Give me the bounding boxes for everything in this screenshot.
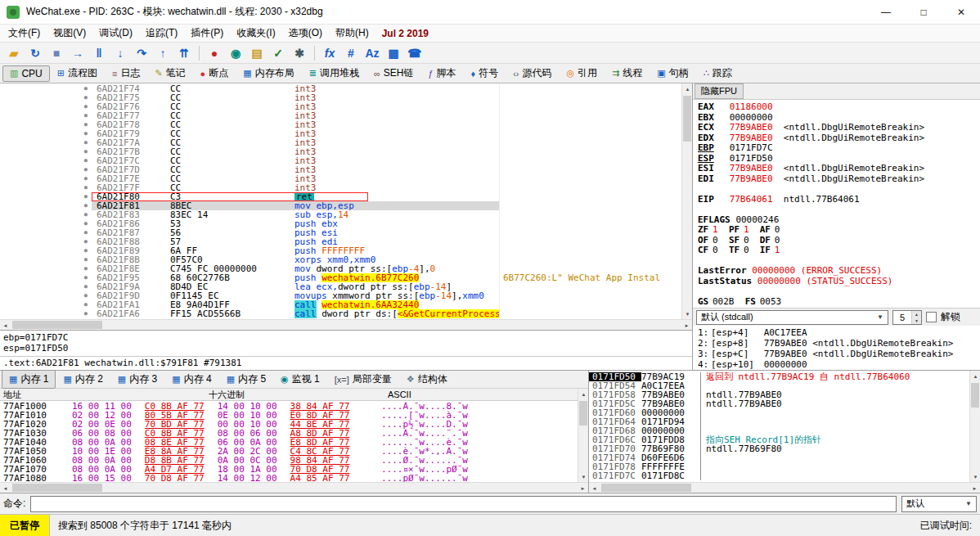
tab-cpu[interactable]: ▥CPU [2,65,50,82]
breakpoint-icon[interactable]: ● [205,44,224,62]
tab-trace[interactable]: ∴跟踪 [696,64,739,83]
breakpoint-dot[interactable]: ● [84,120,88,129]
open-file-icon[interactable]: ▰ [4,44,24,62]
tab-symbols[interactable]: ♦符号 [464,64,506,83]
scrollbar-thumb[interactable] [579,401,587,426]
command-profile-select[interactable]: 默认 ▼ [901,496,977,512]
command-input[interactable] [30,496,897,512]
tab-dump1[interactable]: ▦内存 1 [2,370,56,389]
dump-vertical-scrollbar[interactable]: ▲ ▼ [578,389,588,482]
tab-source[interactable]: ‹›源代码 [506,64,559,83]
scroll-left-arrow[interactable]: ◄ [589,483,600,493]
scroll-up-arrow[interactable]: ▲ [970,371,980,381]
breakpoint-dot[interactable]: ● [84,102,88,111]
tab-call-stack[interactable]: ≣调用堆栈 [302,64,366,83]
scrollbar-thumb[interactable] [12,321,102,329]
tab-notes[interactable]: ✎笔记 [147,64,192,83]
step-out-icon[interactable]: ↑ [153,44,173,62]
breakpoint-dot[interactable]: ● [84,237,88,246]
breakpoint-dot[interactable]: ● [84,273,88,282]
argument-row[interactable]: 4:[esp+10] 00000000 [698,359,977,370]
run-icon[interactable]: → [68,44,88,62]
maximize-button[interactable]: □ [905,0,942,24]
breakpoint-dot[interactable]: ● [84,192,88,201]
tab-dump3[interactable]: ▦内存 3 [110,370,164,389]
pause-icon[interactable]: ‖ [89,44,109,62]
menu-view[interactable]: 视图(V) [47,25,92,42]
disasm-row[interactable]: ●6AD21FA6FF15 ACD5566Bcall dword ptr ds:… [0,309,681,318]
log-icon[interactable]: ▤ [247,44,267,62]
breakpoint-dot[interactable]: ● [84,165,88,174]
stack-row[interactable]: 0171FD7C0171FD8C [589,471,969,480]
breakpoint-dot[interactable]: ● [84,228,88,237]
tab-seh[interactable]: ∞SEH链 [366,64,421,83]
dump-row[interactable]: 77AF108016 00 15 0070 D8 AF 7714 00 12 0… [0,474,578,482]
breakpoint-dot[interactable]: ● [84,255,88,264]
scroll-left-arrow[interactable]: ◄ [0,483,11,493]
tab-graph[interactable]: ⊞流程图 [50,64,105,83]
tab-script[interactable]: ƒ脚本 [420,64,463,83]
breakpoint-dot[interactable]: ● [84,282,88,291]
breakpoint-dot[interactable]: ● [84,246,88,255]
close-button[interactable]: ✕ [942,0,980,24]
run-to-user-icon[interactable]: ⇈ [174,44,194,62]
tab-dump2[interactable]: ▦内存 2 [56,370,110,389]
register-line[interactable]: EIP 77B64061 ntdll.77B64061 [698,195,977,205]
argument-row[interactable]: 3:[esp+C] 77B9ABE0 <ntdll.DbgUiRemoteBre… [698,349,977,359]
hide-fpu-button[interactable]: 隐藏FPU [695,83,744,99]
breakpoint-dot[interactable]: ● [84,93,88,102]
tab-dump5[interactable]: ▦内存 5 [219,370,273,389]
spinner-up-arrow[interactable]: ▲ [912,311,921,318]
menu-file[interactable]: 文件(F) [2,25,47,42]
breakpoint-dot[interactable]: ● [84,201,88,210]
functions-icon[interactable]: fx [320,44,339,62]
scrollbar-track[interactable] [11,320,681,330]
breakpoint-dot[interactable]: ● [84,138,88,147]
hash-icon[interactable]: # [341,44,361,62]
scrollbar-track[interactable] [682,94,692,309]
scrollbar-thumb[interactable] [12,484,102,492]
menu-trace[interactable]: 追踪(T) [139,25,184,42]
menu-options[interactable]: 选项(O) [282,25,329,42]
scrollbar-track[interactable] [578,399,588,471]
register-line[interactable]: CF0 TF0 IF1 [698,245,977,256]
tab-handles[interactable]: ▣句柄 [650,64,695,83]
disasm-row[interactable]: ●6AD21F80C3ret [0,192,681,201]
register-line[interactable]: LastStatus 00000000 (STATUS_SUCCESS) [698,277,977,287]
tab-references[interactable]: ◎引用 [560,64,605,83]
disassembly-horizontal-scrollbar[interactable]: ◄ ► [0,319,692,330]
unlock-checkbox[interactable] [926,312,937,322]
menu-plugins[interactable]: 插件(P) [184,25,230,42]
tab-memory-map[interactable]: ▦内存布局 [236,64,301,83]
scrollbar-thumb[interactable] [601,484,691,492]
breakpoint-dot[interactable]: ● [84,300,88,309]
breakpoint-dot[interactable]: ● [84,219,88,228]
patch-icon[interactable]: ✓ [268,44,288,62]
scroll-right-arrow[interactable]: ► [578,483,588,493]
argument-row[interactable]: 2:[esp+8] 77B9ABE0 <ntdll.DbgUiRemoteBre… [698,338,977,349]
register-line[interactable]: EDI 77B9ABE0 <ntdll.DbgUiRemoteBreakin> [698,174,977,185]
register-line[interactable]: ZF1 PF1 AF0 [698,225,977,236]
tab-log[interactable]: ≡日志 [105,64,147,83]
breakpoint-dot[interactable]: ● [84,174,88,183]
stack-vertical-scrollbar[interactable]: ▲ ▼ [969,371,980,482]
scroll-down-arrow[interactable]: ▼ [682,309,692,319]
stack-horizontal-scrollbar[interactable]: ◄ ► [589,482,980,493]
breakpoint-dot[interactable]: ● [84,264,88,273]
tab-watch1[interactable]: ◉监视 1 [273,370,327,389]
breakpoint-dot[interactable]: ● [84,156,88,165]
minimize-button[interactable]: — [867,0,905,24]
scroll-up-arrow[interactable]: ▲ [682,83,692,94]
arg-count-spinner[interactable]: 5 ▲ ▼ [892,310,922,325]
breakpoint-dot[interactable]: ● [84,84,88,93]
app-icon[interactable] [7,6,20,19]
breakpoint-dot[interactable]: ● [84,291,88,300]
breakpoint-dot[interactable]: ● [84,129,88,138]
menu-favourites[interactable]: 收藏夹(I) [230,25,281,42]
dump-horizontal-scrollbar[interactable]: ◄ ► [0,482,588,493]
scrollbar-track[interactable] [11,483,578,493]
spinner-down-arrow[interactable]: ▼ [912,318,921,324]
animate-icon[interactable]: ◉ [226,44,245,62]
breakpoint-dot[interactable]: ● [84,111,88,120]
tab-dump4[interactable]: ▦内存 4 [164,370,218,389]
